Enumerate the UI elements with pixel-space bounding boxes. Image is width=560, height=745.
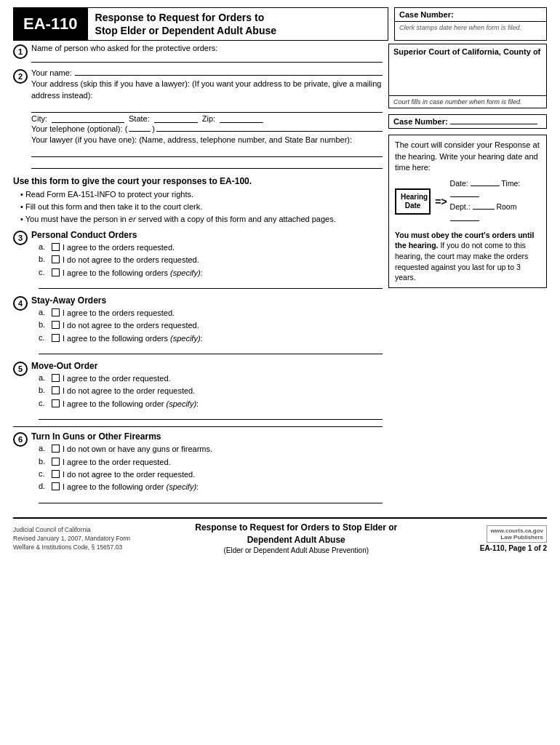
form-id: EA-110 [23,15,78,33]
section-3-item-b: b. I do not agree to the orders requeste… [39,255,383,266]
instructions-list: Read Form EA-151-INFO to protect your ri… [13,189,383,226]
court-title: Superior Court of California, County of [389,44,546,95]
publisher-logo: www.courts.ca.govLaw Publishers [487,525,547,543]
section-5: 5 Move-Out Order a. I agree to the order… [13,361,383,422]
section-1: 1 Name of person who asked for the prote… [13,44,383,64]
lawyer-field-1[interactable] [31,147,383,157]
footer-left: Judicial Council of California Revised J… [13,526,175,552]
section-3-specify-line[interactable] [39,280,383,289]
clerk-stamp-text: Clerk stamps date here when form is file… [395,22,546,33]
section-4-checkbox-a[interactable] [52,308,60,316]
section-4: 4 Stay-Away Orders a. I agree to the ord… [13,295,383,356]
section-6-specify-line[interactable] [39,495,383,503]
form-id-box: EA-110 [13,7,88,41]
section-3-checkbox-a[interactable] [52,243,60,251]
address-line-2: City: State: Zip: [31,114,383,123]
section-6-checkbox-c[interactable] [52,470,60,478]
section-2-number: 2 [13,69,28,84]
section-6-item-d: d. I agree to the following order (speci… [39,482,383,493]
section-5-content: Move-Out Order a. I agree to the order r… [31,361,383,422]
room-field[interactable] [450,220,479,221]
section-4-checkbox-c[interactable] [52,334,60,342]
section-5-checkbox-c[interactable] [52,399,60,407]
section-3-content: Personal Conduct Orders a. I agree to th… [31,230,383,291]
section-1-content: Name of person who asked for the protect… [31,44,383,64]
section-2: 2 Your name: Your address (skip this if … [13,68,383,170]
divider-5 [13,426,383,427]
warning-text: You must obey the court's orders until t… [395,230,540,283]
section-4-item-c: c. I agree to the following orders (spec… [39,333,383,344]
section-4-checkbox-b[interactable] [52,321,60,329]
section-5-checkbox-b[interactable] [52,386,60,394]
address-line-1[interactable] [31,103,383,113]
court-box: Superior Court of California, County of … [388,44,547,108]
section-3: 3 Personal Conduct Orders a. I agree to … [13,230,383,291]
section-6-heading: Turn In Guns or Other Firearms [31,431,383,442]
zip-field[interactable] [220,114,263,123]
arrow-icon: => [435,194,447,210]
section-4-heading: Stay-Away Orders [31,295,383,306]
section-5-heading: Move-Out Order [31,361,383,371]
section-5-item-b: b. I do not agree to the order requested… [39,386,383,397]
section-6: 6 Turn In Guns or Other Firearms a. I do… [13,431,383,506]
hearing-date-row: Hearing Date => Date: Time: Dept.: [395,178,540,226]
section-6-checkbox-b[interactable] [52,458,60,466]
section-3-heading: Personal Conduct Orders [31,230,383,240]
section-6-item-b: b. I agree to the order requested. [39,457,383,468]
section-6-items: a. I do not own or have any guns or fire… [31,444,383,503]
section-3-checkbox-c[interactable] [52,268,60,276]
section-5-items: a. I agree to the order requested. b. I … [31,373,383,420]
instruction-item-3: You must have the person in er served wi… [20,214,383,225]
section-5-item-a: a. I agree to the order requested. [39,373,383,384]
case-number-box: Case Number: [388,114,547,129]
case-number-field[interactable] [450,124,537,124]
section-1-field[interactable] [31,52,383,63]
city-field[interactable] [52,114,124,123]
time-field[interactable] [450,196,479,197]
section-3-item-a: a. I agree to the orders requested. [39,242,383,253]
main-layout: 1 Name of person who asked for the prote… [13,44,547,509]
state-field[interactable] [154,114,198,123]
section-5-checkbox-a[interactable] [52,374,60,382]
lawyer-field-2[interactable] [31,159,383,169]
right-column: Superior Court of California, County of … [388,44,547,509]
section-1-number: 1 [13,44,28,59]
section-5-item-c: c. I agree to the following order (speci… [39,399,383,410]
section-6-item-c: c. I do not agree to the order requested… [39,469,383,480]
section-6-checkbox-d[interactable] [52,482,60,490]
instruction-item-2: Fill out this form and then take it to t… [20,202,383,212]
hearing-date-badge: Hearing Date [395,188,431,215]
hearing-info-box: The court will consider your Response at… [388,135,547,288]
footer-right: www.courts.ca.govLaw Publishers EA-110, … [417,525,547,552]
page: EA-110 Response to Request for Orders to… [0,0,560,745]
section-3-number: 3 [13,231,28,245]
left-column: 1 Name of person who asked for the prote… [13,44,388,509]
section-6-checkbox-a[interactable] [52,445,60,453]
date-time-block: Date: Time: Dept.: Room [450,178,540,226]
form-page-label: EA-110, Page 1 of 2 [417,544,547,552]
section-2-content: Your name: Your address (skip this if yo… [31,68,383,170]
instructions-heading: Use this form to give the court your res… [13,176,383,186]
your-name-field[interactable] [75,75,383,76]
instruction-item-1: Read Form EA-151-INFO to protect your ri… [20,189,383,200]
dept-room-row: Dept.: Room [450,202,540,225]
section-6-number: 6 [13,432,28,447]
section-5-specify-line[interactable] [39,411,383,420]
hearing-intro-text: The court will consider your Response at… [395,140,540,173]
section-3-checkbox-b[interactable] [52,255,60,263]
section-6-content: Turn In Guns or Other Firearms a. I do n… [31,431,383,506]
section-4-number: 4 [13,296,28,311]
section-4-content: Stay-Away Orders a. I agree to the order… [31,295,383,356]
section-4-item-b: b. I do not agree to the orders requeste… [39,320,383,331]
phone-field[interactable] [156,131,383,132]
title-block: Response to Request for Orders to Stop E… [88,7,388,41]
section-4-specify-line[interactable] [39,346,383,354]
section-4-items: a. I agree to the orders requested. b. I… [31,308,383,354]
section-6-item-a: a. I do not own or have any guns or fire… [39,444,383,455]
footer-center: Response to Request for Orders to Stop E… [175,522,417,557]
header: EA-110 Response to Request for Orders to… [13,7,547,41]
date-field[interactable] [471,186,500,186]
dept-field[interactable] [473,209,495,210]
phone-area-field[interactable] [129,131,151,132]
court-note: Court fills in case number when form is … [389,95,546,108]
